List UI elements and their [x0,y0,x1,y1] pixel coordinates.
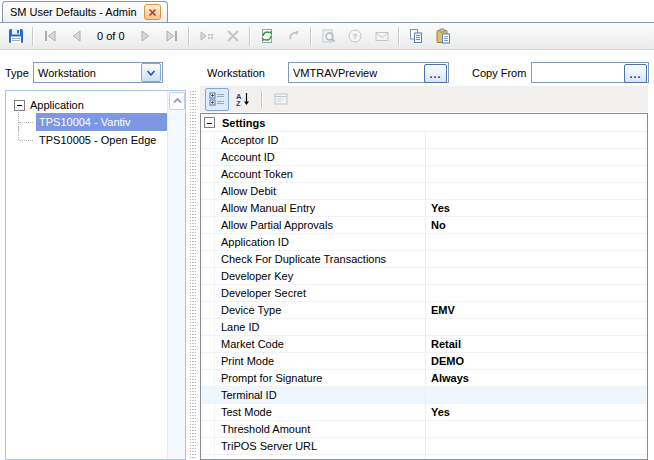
sort-alphabetical-icon: A Z [235,91,251,107]
property-label: Use Cloud [215,455,426,460]
categorized-button[interactable] [205,88,229,111]
collapse-icon[interactable] [14,100,25,111]
delete-record-button [220,24,246,49]
property-label: Lane ID [215,319,426,335]
property-label: Prompt for Signature [215,370,426,386]
row-gutter [201,149,215,165]
property-label: Acceptor ID [215,132,426,148]
property-label: Test Mode [215,404,426,420]
property-row[interactable]: Terminal ID [201,387,647,404]
type-label: Type [5,67,29,79]
property-label: Account ID [215,149,426,165]
print-preview-button [315,24,341,49]
property-value[interactable]: Yes [426,406,647,418]
property-row[interactable]: Allow Debit [201,183,647,200]
row-gutter [201,387,215,403]
property-label: Allow Partial Approvals [215,217,426,233]
first-record-icon [42,28,58,44]
property-row[interactable]: Account ID [201,149,647,166]
tree-item[interactable]: TPS10004 - Vantiv [18,113,168,131]
property-label: Threshold Amount [215,421,426,437]
chevron-up-icon [173,98,182,104]
row-gutter [201,370,215,386]
panel-splitter[interactable] [190,90,196,460]
property-value[interactable]: Always [426,372,647,384]
workstation-ellipsis-button[interactable]: ... [424,64,447,83]
property-row[interactable]: Test ModeYes [201,404,647,421]
toolbar-separator [249,27,251,46]
category-label: Settings [222,117,265,129]
type-combobox-dropdown-button[interactable] [141,63,161,82]
tree-children: TPS10004 - VantivTPS10005 - Open Edge [18,113,168,149]
save-button[interactable] [3,24,29,49]
property-row[interactable]: Developer Key [201,268,647,285]
scroll-up-button[interactable] [169,92,185,110]
property-row[interactable]: Allow Manual EntryYes [201,200,647,217]
copy-from-ellipsis-button[interactable]: ... [624,64,647,83]
property-row[interactable]: Lane ID [201,319,647,336]
help-icon: ? [347,28,363,44]
tree-connector [18,113,36,131]
property-row[interactable]: Market CodeRetail [201,336,647,353]
property-row[interactable]: Threshold Amount [201,421,647,438]
property-value[interactable]: No [426,219,647,231]
property-pages-button [269,88,293,111]
workstation-input[interactable] [289,63,424,82]
copy-from-input[interactable] [532,63,624,82]
property-label: Check For Duplicate Transactions [215,251,426,267]
property-grid-rows: Acceptor IDAccount IDAccount TokenAllow … [201,132,647,460]
property-row[interactable]: Application ID [201,234,647,251]
type-combobox[interactable]: Workstation [33,62,163,83]
row-gutter [201,132,215,148]
tab-sm-user-defaults[interactable]: SM User Defaults - Admin [2,1,168,22]
toolbar-separator [261,91,263,108]
property-label: Terminal ID [215,387,426,403]
settings-panel: A Z Settings Acceptor IDAccount [200,86,648,460]
tree-vertical-scrollbar[interactable] [167,91,185,459]
type-combobox-value: Workstation [34,67,141,79]
print-preview-icon [320,28,336,44]
property-value[interactable]: DEMO [426,355,647,367]
row-gutter [201,251,215,267]
refresh-button[interactable] [254,24,280,49]
property-row[interactable]: Device TypeEMV [201,302,647,319]
toolbar-separator [398,27,400,46]
tree-item[interactable]: TPS10005 - Open Edge [18,131,168,149]
property-value[interactable]: Yes [426,202,647,214]
property-row[interactable]: Allow Partial ApprovalsNo [201,217,647,234]
sort-alphabetical-button[interactable]: A Z [231,88,255,111]
property-label: TriPOS Server URL [215,438,426,454]
property-value[interactable]: Retail [426,338,647,350]
tree-root-label: Application [30,99,84,111]
row-gutter [201,302,215,318]
refresh-icon [259,28,275,44]
property-row[interactable]: Use Cloud [201,455,647,460]
property-row[interactable]: Developer Secret [201,285,647,302]
copy-from-lookup: ... [531,62,649,83]
toolbar-separator [310,27,312,46]
row-gutter [201,200,215,216]
new-record-button [193,24,219,49]
save-icon [8,28,24,44]
previous-record-button [64,24,90,49]
property-row[interactable]: Check For Duplicate Transactions [201,251,647,268]
property-row[interactable]: Account Token [201,166,647,183]
collapse-icon[interactable] [204,117,215,128]
settings-category-row[interactable]: Settings [201,114,647,132]
property-row[interactable]: Prompt for SignatureAlways [201,370,647,387]
tree-root-node[interactable]: Application [6,97,168,113]
property-grid: Settings Acceptor IDAccount IDAccount To… [200,113,648,460]
svg-text:?: ? [352,32,357,41]
copy-button[interactable] [403,24,429,49]
tab-close-button[interactable] [144,4,161,20]
property-row[interactable]: Acceptor ID [201,132,647,149]
row-gutter [201,234,215,250]
property-label: Allow Debit [215,183,426,199]
property-row[interactable]: TriPOS Server URL [201,438,647,455]
row-gutter [201,268,215,284]
paste-button[interactable] [430,24,456,49]
property-value[interactable]: EMV [426,304,647,316]
property-row[interactable]: Print ModeDEMO [201,353,647,370]
row-gutter [201,183,215,199]
undo-icon [286,28,302,44]
